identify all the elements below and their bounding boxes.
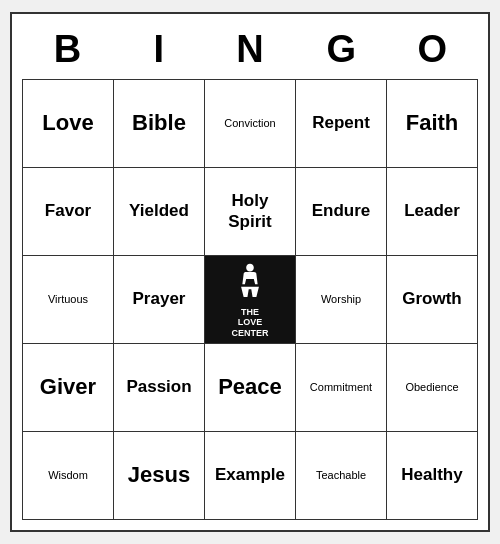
- cell-text: Bible: [132, 110, 186, 136]
- cell-r0-c3[interactable]: Repent: [296, 80, 387, 168]
- cell-r2-c2[interactable]: THE LOVE CENTER: [205, 256, 296, 344]
- cell-r2-c4[interactable]: Growth: [387, 256, 478, 344]
- header-letter: B: [22, 24, 113, 75]
- cell-text: Faith: [406, 110, 459, 136]
- cell-r2-c3[interactable]: Worship: [296, 256, 387, 344]
- header-letter: G: [296, 24, 387, 75]
- cell-text: Conviction: [224, 117, 275, 130]
- cell-text: Jesus: [128, 462, 190, 488]
- cell-r0-c0[interactable]: Love: [23, 80, 114, 168]
- cell-r1-c3[interactable]: Endure: [296, 168, 387, 256]
- cell-r3-c2[interactable]: Peace: [205, 344, 296, 432]
- cell-text: Worship: [321, 293, 361, 306]
- cell-text: Endure: [312, 201, 371, 221]
- cell-r4-c1[interactable]: Jesus: [114, 432, 205, 520]
- cell-text: Healthy: [401, 465, 462, 485]
- cell-text: Peace: [218, 374, 282, 400]
- cell-text: Yielded: [129, 201, 189, 221]
- cell-text: Virtuous: [48, 293, 88, 306]
- cell-text: Favor: [45, 201, 91, 221]
- cell-text: Leader: [404, 201, 460, 221]
- bingo-card: BINGO LoveBibleConvictionRepentFaithFavo…: [10, 12, 490, 532]
- header-letter: N: [204, 24, 295, 75]
- cell-r4-c0[interactable]: Wisdom: [23, 432, 114, 520]
- cell-text: Growth: [402, 289, 462, 309]
- cell-text: Giver: [40, 374, 96, 400]
- cell-r3-c0[interactable]: Giver: [23, 344, 114, 432]
- cell-text: Commitment: [310, 381, 372, 394]
- cell-text: Wisdom: [48, 469, 88, 482]
- cell-r1-c0[interactable]: Favor: [23, 168, 114, 256]
- cell-text: Obedience: [405, 381, 458, 394]
- love-center-text: THE LOVE CENTER: [231, 307, 268, 339]
- cell-r4-c4[interactable]: Healthy: [387, 432, 478, 520]
- cell-text: HolySpirit: [228, 191, 271, 232]
- cell-r2-c0[interactable]: Virtuous: [23, 256, 114, 344]
- cell-r0-c2[interactable]: Conviction: [205, 80, 296, 168]
- cell-r1-c2[interactable]: HolySpirit: [205, 168, 296, 256]
- bingo-grid: LoveBibleConvictionRepentFaithFavorYield…: [22, 79, 478, 520]
- header-letter: O: [387, 24, 478, 75]
- cell-r2-c1[interactable]: Prayer: [114, 256, 205, 344]
- cell-text: Example: [215, 465, 285, 485]
- cell-r3-c3[interactable]: Commitment: [296, 344, 387, 432]
- header-letter: I: [113, 24, 204, 75]
- cell-r1-c1[interactable]: Yielded: [114, 168, 205, 256]
- cell-text: Prayer: [133, 289, 186, 309]
- cell-r3-c1[interactable]: Passion: [114, 344, 205, 432]
- love-center-logo: [226, 260, 274, 305]
- cell-r4-c2[interactable]: Example: [205, 432, 296, 520]
- bingo-header: BINGO: [22, 24, 478, 75]
- cell-text: Passion: [126, 377, 191, 397]
- cell-r4-c3[interactable]: Teachable: [296, 432, 387, 520]
- cell-text: Repent: [312, 113, 370, 133]
- cell-r1-c4[interactable]: Leader: [387, 168, 478, 256]
- cell-r0-c4[interactable]: Faith: [387, 80, 478, 168]
- cell-r0-c1[interactable]: Bible: [114, 80, 205, 168]
- cell-r3-c4[interactable]: Obedience: [387, 344, 478, 432]
- cell-text: Love: [42, 110, 93, 136]
- cell-text: Teachable: [316, 469, 366, 482]
